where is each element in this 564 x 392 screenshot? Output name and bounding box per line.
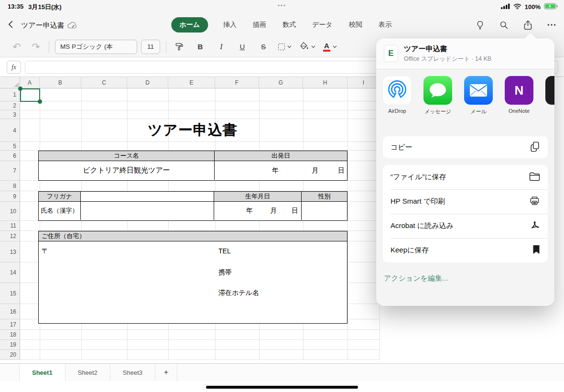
font-size-selector[interactable]: 11 xyxy=(141,40,160,54)
row-header[interactable]: 9 xyxy=(0,191,20,202)
cell-name-value[interactable] xyxy=(81,202,214,220)
lightbulb-icon[interactable] xyxy=(474,19,486,31)
app-label: AirDrop xyxy=(383,108,412,114)
action-print-hp-smart[interactable]: HP Smart で印刷 xyxy=(383,189,548,214)
tab-insert[interactable]: 挿入 xyxy=(222,18,238,32)
edit-actions-link[interactable]: アクションを編集... xyxy=(384,274,547,283)
row-header[interactable]: 2 xyxy=(0,101,20,110)
row-header[interactable]: 17 xyxy=(0,319,20,330)
row-header[interactable]: 8 xyxy=(0,181,20,191)
cell-gender-header[interactable]: 性別 xyxy=(302,192,347,201)
tab-data[interactable]: データ xyxy=(311,18,334,32)
action-label: Acrobat に読み込み xyxy=(390,221,454,230)
app-mail[interactable]: メール xyxy=(464,76,493,126)
app-airdrop[interactable]: AirDrop xyxy=(383,76,412,126)
row-header[interactable]: 18 xyxy=(0,330,20,340)
tel-label: TEL xyxy=(218,247,231,255)
row-header[interactable]: 5 xyxy=(0,142,20,151)
more-icon[interactable] xyxy=(546,19,557,31)
row-header[interactable]: 4 xyxy=(0,119,20,142)
copy-action[interactable]: コピー xyxy=(383,136,548,158)
add-sheet-button[interactable]: + xyxy=(155,364,177,381)
tab-formulas[interactable]: 数式 xyxy=(282,18,297,32)
undo-icon[interactable]: ↶ xyxy=(10,39,24,54)
column-header[interactable]: F xyxy=(215,77,259,88)
row-header[interactable]: 16 xyxy=(0,304,20,319)
cell-departure-header[interactable]: 出発日 xyxy=(215,151,347,161)
column-header[interactable]: H xyxy=(303,77,347,88)
share-icon[interactable] xyxy=(522,19,533,31)
row-header[interactable]: 10 xyxy=(0,202,20,221)
selected-cell-a1[interactable] xyxy=(20,88,40,102)
person-table: フリガナ 生年月日 性別 氏名（漢字） 年 月 日 xyxy=(38,191,347,221)
column-header[interactable]: A xyxy=(20,77,40,88)
tab-home[interactable]: ホーム xyxy=(171,17,208,33)
cell-course-name[interactable]: ビクトリア終日観光ツアー xyxy=(39,161,215,180)
row-header[interactable]: 11 xyxy=(0,221,20,231)
tab-draw[interactable]: 描画 xyxy=(252,18,267,32)
search-icon[interactable] xyxy=(498,19,510,31)
italic-button[interactable]: I xyxy=(214,39,228,54)
tab-review[interactable]: 校閲 xyxy=(348,18,363,32)
strikethrough-button[interactable]: S xyxy=(256,39,271,54)
underline-button[interactable]: U xyxy=(235,39,249,54)
row-header[interactable]: 3 xyxy=(0,110,20,119)
copy-label: コピー xyxy=(390,143,412,152)
back-chevron-icon xyxy=(6,19,16,32)
fill-color-icon xyxy=(299,41,309,53)
cell-departure-date[interactable]: 年 月 日 xyxy=(215,161,347,180)
cell-address-header[interactable]: ご住所（自宅） xyxy=(39,231,347,241)
font-color-button[interactable]: A xyxy=(323,42,337,52)
app-messages[interactable]: メッセージ xyxy=(423,76,452,126)
cell-name-label[interactable]: 氏名（漢字） xyxy=(39,202,81,220)
action-import-acrobat[interactable]: Acrobat に読み込み xyxy=(383,214,548,238)
year-label: 年 xyxy=(246,207,253,215)
chevron-down-icon xyxy=(333,45,337,48)
sheet-tab-1[interactable]: Sheet1 xyxy=(19,364,65,381)
column-header[interactable]: I xyxy=(347,77,380,88)
fill-color-button[interactable] xyxy=(299,41,315,53)
cell-address-body[interactable]: 〒 TEL 携帯 滞在ホテル名 xyxy=(39,241,347,323)
action-save-to-files[interactable]: “ファイル”に保存 xyxy=(383,165,548,189)
row-header[interactable]: 1 xyxy=(0,88,20,101)
column-header[interactable]: G xyxy=(259,77,303,88)
tab-view[interactable]: 表示 xyxy=(378,18,393,32)
back-button[interactable] xyxy=(5,19,17,32)
borders-button[interactable] xyxy=(278,44,292,50)
column-header[interactable]: E xyxy=(168,77,215,88)
sheet-doc-title[interactable]: ツアー申込書 xyxy=(121,120,264,140)
app-partial[interactable] xyxy=(545,76,554,126)
column-header[interactable]: D xyxy=(127,77,168,88)
autosave-cloud-icon[interactable] xyxy=(67,21,78,32)
battery-percent: 100% xyxy=(525,3,541,11)
cell-gender-value[interactable] xyxy=(302,202,347,220)
format-painter-icon[interactable] xyxy=(172,39,186,54)
row-header[interactable]: 19 xyxy=(0,340,20,350)
row-header[interactable]: 12 xyxy=(0,231,20,241)
row-header[interactable]: 14 xyxy=(0,262,20,283)
row-header[interactable]: 6 xyxy=(0,151,20,161)
app-onenote[interactable]: N OneNote xyxy=(505,76,533,126)
sheet-tab-3[interactable]: Sheet3 xyxy=(110,364,155,381)
cell-course-header[interactable]: コース名 xyxy=(39,151,215,161)
cell-dob-value[interactable]: 年 月 日 xyxy=(214,202,302,220)
row-header[interactable]: 7 xyxy=(0,161,20,181)
action-save-to-keep[interactable]: Keepに保存 xyxy=(383,238,548,262)
select-all-corner[interactable] xyxy=(0,77,20,88)
row-header[interactable]: 20 xyxy=(0,350,20,360)
row-header[interactable]: 15 xyxy=(0,283,20,304)
app-label: OneNote xyxy=(505,108,533,114)
cell-dob-header[interactable]: 生年月日 xyxy=(214,192,302,201)
column-header[interactable]: C xyxy=(81,77,127,88)
column-header[interactable]: B xyxy=(40,77,81,88)
font-name-selector[interactable]: MS Pゴシック (本 xyxy=(55,40,137,54)
home-indicator[interactable] xyxy=(206,386,358,389)
redo-icon[interactable]: ↷ xyxy=(29,39,43,54)
row-header[interactable]: 13 xyxy=(0,241,20,262)
share-apps-row: AirDrop メッセージ メール N OneNote xyxy=(376,69,554,126)
sheet-tab-2[interactable]: Sheet2 xyxy=(65,364,110,381)
navbar: ツアー申込書 ホーム 挿入 描画 数式 データ 校閲 表示 xyxy=(0,13,564,36)
cell-furigana[interactable]: フリガナ xyxy=(39,192,81,201)
bold-button[interactable]: B xyxy=(193,39,207,54)
cell-furigana-value[interactable] xyxy=(81,192,214,201)
